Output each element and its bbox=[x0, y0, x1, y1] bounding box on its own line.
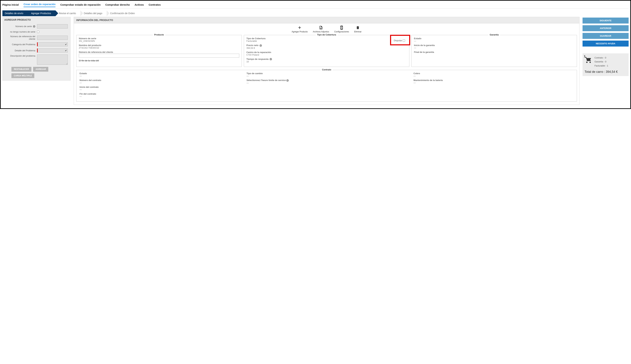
coverage-type-lbl: Tipo de Cobertura bbox=[246, 37, 407, 40]
cart-line-contract: Contrato - 0 bbox=[594, 56, 608, 60]
contract-battery-lbl: Mantenimiento de la batería bbox=[413, 79, 574, 82]
problem-desc-textarea[interactable] bbox=[37, 54, 68, 65]
step-add-products[interactable]: Agregar Productos bbox=[26, 10, 56, 16]
contract-charge-lbl: Cobro bbox=[413, 72, 574, 75]
cart-line-billable: Facturable - 1 bbox=[594, 64, 608, 68]
net-price-lbl: Precio neto i bbox=[246, 44, 407, 47]
no-serial-checkbox[interactable] bbox=[37, 31, 39, 33]
warranty-status-val: — bbox=[414, 40, 574, 42]
action-attachments[interactable]: Archivos Adjuntos bbox=[313, 26, 329, 33]
contract-end-val: — bbox=[80, 95, 240, 98]
warranty-start-lbl: Inicio de la garantía bbox=[414, 44, 574, 46]
contract-exchange-lbl: Tipo de cambio bbox=[246, 72, 407, 75]
next-button[interactable]: SIGUIENTE bbox=[582, 18, 628, 24]
info-icon[interactable]: i bbox=[286, 79, 289, 82]
warranty-status-lbl: Estado bbox=[414, 37, 574, 40]
product-name-val: ZT42162-T0E00C0Z bbox=[79, 46, 239, 49]
contract-start-lbl: Inicio del contrato bbox=[80, 86, 240, 88]
serial-label: Número de serie i bbox=[5, 25, 37, 28]
trash-icon bbox=[356, 26, 360, 30]
bulk-load-button[interactable]: CARGA MÚLTIPLE bbox=[12, 73, 34, 78]
contract-cutoff-val: — bbox=[246, 82, 407, 84]
step-confirmation[interactable]: Confirmación de Orden bbox=[105, 10, 139, 16]
action-add-product[interactable]: Agregar Producto bbox=[292, 26, 308, 33]
main-tabs: Página inicial Crear orden de reparación… bbox=[3, 1, 628, 9]
coverage-legend: Tipo de Cobertura bbox=[316, 34, 338, 36]
step-review-cart[interactable]: Revise el carrito bbox=[54, 10, 80, 16]
save-button[interactable]: GUARDAR bbox=[582, 33, 628, 39]
cart-icon bbox=[584, 56, 592, 64]
wizard-steps: Detalles de envío Agregar Productos Revi… bbox=[3, 10, 628, 16]
contract-num-lbl: Número del contrato bbox=[80, 79, 240, 82]
cart-count: 1 bbox=[584, 55, 585, 58]
repair-center-val: CTDI Poland bbox=[246, 54, 407, 56]
contract-exchange-val: — bbox=[246, 75, 407, 77]
product-info-title: INFORMACIÓN DEL PRODUCTO bbox=[74, 17, 579, 23]
previous-button[interactable]: ANTERIOR bbox=[582, 25, 628, 31]
info-icon[interactable]: i bbox=[259, 44, 262, 47]
cust-ref-lbl: Número de referencia del cliente bbox=[79, 51, 239, 53]
problem-detail-select[interactable]: ✔ bbox=[37, 48, 68, 52]
warranty-legend: Garantía bbox=[488, 34, 500, 36]
reset-button[interactable]: RESTABLECER bbox=[12, 67, 31, 72]
contract-end-lbl: Fin del contrato bbox=[80, 92, 240, 95]
action-configurations[interactable]: Configuraciones bbox=[334, 26, 349, 33]
add-product-panel: AGREGAR PRODUCTO Número de serie i no te… bbox=[3, 17, 71, 81]
right-sidebar: SIGUIENTE ANTERIOR GUARDAR NECESITO AYUD… bbox=[582, 17, 628, 76]
add-product-title: AGREGAR PRODUCTO bbox=[3, 17, 71, 22]
dispute-checkbox[interactable] bbox=[403, 40, 405, 42]
info-icon[interactable]: i bbox=[33, 25, 35, 28]
action-delete[interactable]: Eliminar bbox=[354, 26, 361, 33]
serial-lbl: Número de serie bbox=[79, 37, 239, 40]
info-icon[interactable]: i bbox=[270, 58, 272, 60]
plus-icon bbox=[297, 26, 302, 30]
contract-fieldset: Contrato Estado— Número del contrato— In… bbox=[76, 70, 577, 102]
product-info-panel: INFORMACIÓN DEL PRODUCTO Agregar Product… bbox=[74, 17, 579, 105]
step-payment-details[interactable]: Detalles del pago bbox=[79, 10, 107, 16]
cust-ref-label: Número de referencia del cliente bbox=[5, 35, 37, 40]
tab-home[interactable]: Página inicial bbox=[3, 3, 19, 7]
tab-check-entitlement[interactable]: Comprobar derecho bbox=[105, 3, 130, 7]
product-name-lbl: Nombre del producto bbox=[79, 44, 239, 46]
warranty-fieldset: Garantía Estado— Inicio de la garantía— … bbox=[411, 35, 577, 67]
dispute-label: Disputar bbox=[394, 39, 402, 42]
product-fieldset: Producto Número de serieSN_UNKNOWN Nombr… bbox=[76, 35, 242, 67]
add-button[interactable]: AGREGAR bbox=[33, 67, 48, 72]
warranty-end-lbl: Final de la garantía bbox=[414, 51, 574, 53]
contract-battery-val: — bbox=[413, 82, 574, 84]
product-legend: Producto bbox=[153, 34, 165, 36]
cart-line-warranty: Garantía - 0 bbox=[594, 60, 608, 64]
tab-check-status[interactable]: Comprobar estado de reparación bbox=[60, 3, 101, 7]
repair-center-lbl: Centro de la reparación bbox=[246, 51, 407, 54]
net-price-val: 394,54 € bbox=[246, 47, 407, 49]
contract-status-lbl: Estado bbox=[80, 72, 240, 75]
tab-create-order[interactable]: Crear orden de reparación bbox=[24, 3, 56, 7]
tab-assets[interactable]: Activos bbox=[135, 3, 144, 7]
help-button[interactable]: NECESITO AYUDA bbox=[582, 40, 628, 46]
problem-category-label: Categoría del Problema bbox=[5, 43, 37, 46]
contract-start-val: — bbox=[80, 88, 240, 91]
contract-legend: Contrato bbox=[321, 68, 333, 71]
step-shipping-details[interactable]: Detalles de envío bbox=[3, 10, 28, 16]
cust-ref-input[interactable] bbox=[37, 36, 68, 40]
contract-charge-val: — bbox=[413, 75, 574, 77]
serial-input[interactable] bbox=[37, 24, 68, 28]
no-serial-label: no tengo numero de serie bbox=[5, 30, 37, 33]
tab-contracts[interactable]: Contratos bbox=[149, 3, 161, 7]
cart-summary: 1 Contrato - 0 Garantía - 0 Facturable -… bbox=[582, 53, 628, 76]
eol-lbl: El fin de la vida útil bbox=[79, 59, 239, 62]
file-icon bbox=[319, 26, 323, 30]
settings-phone-icon bbox=[340, 26, 344, 30]
contract-num-val: — bbox=[80, 82, 240, 84]
coverage-type-val: Facturable bbox=[246, 40, 407, 42]
warranty-start-val: — bbox=[414, 46, 574, 49]
coverage-fieldset: Tipo de Cobertura Tipo de Cobertura Fact… bbox=[244, 35, 409, 67]
cust-ref-field[interactable] bbox=[79, 54, 239, 58]
contract-status-val: — bbox=[80, 75, 240, 77]
problem-category-select[interactable]: ✔ bbox=[37, 42, 68, 46]
problem-desc-label: Descripción del problema bbox=[5, 54, 37, 57]
tat-val: 10 bbox=[246, 60, 407, 63]
serial-val: SN_UNKNOWN bbox=[79, 40, 239, 42]
tat-lbl: Tiempo de respuesta i bbox=[246, 58, 407, 60]
problem-detail-label: Detalle del Problema bbox=[5, 49, 37, 52]
